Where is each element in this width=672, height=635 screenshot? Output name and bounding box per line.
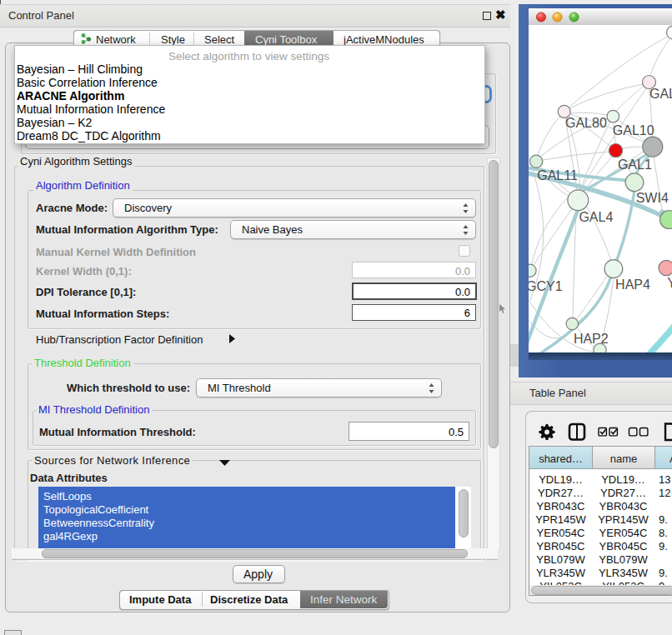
svg-text:YBR0: YBR0: [667, 276, 672, 290]
svg-text:GAL2: GAL2: [649, 87, 672, 101]
svg-text:GAL80: GAL80: [565, 116, 607, 130]
svg-text:GAL11: GAL11: [537, 168, 578, 182]
svg-text:GAL1: GAL1: [618, 158, 652, 172]
svg-text:HAP4: HAP4: [615, 278, 650, 292]
svg-text:GCY1: GCY1: [529, 279, 563, 293]
svg-text:GAL4: GAL4: [579, 210, 613, 224]
svg-text:GAL10: GAL10: [613, 123, 654, 138]
svg-text:HAP2: HAP2: [574, 332, 609, 346]
svg-text:SWI4: SWI4: [636, 191, 669, 205]
